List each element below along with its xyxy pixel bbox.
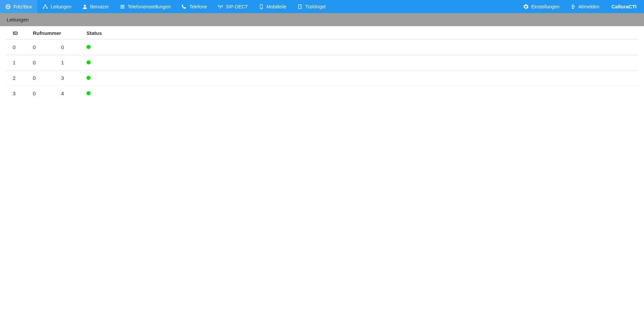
col-header-status[interactable]: Status [79, 26, 639, 40]
cell-status [79, 86, 639, 101]
rufnummer-a: 0 [33, 60, 36, 65]
nav-item-tuerklingel[interactable]: Türklingel [292, 0, 331, 13]
table-container: ID Rufnummer Status 000101203304 [0, 26, 644, 101]
nav-item-label: Leitungen [51, 4, 71, 9]
nav-item-label: Fritz!Box [13, 4, 32, 9]
nav-item-abmelden[interactable]: Abmelden [565, 0, 605, 13]
nav-item-fritzbox[interactable]: Fritz!Box [0, 0, 37, 13]
cell-id: 2 [5, 70, 25, 86]
nav-item-label: SIP-DECT [226, 4, 248, 9]
nav-item-label: Benutzer [90, 4, 109, 9]
mobile-icon [259, 4, 264, 9]
rufnummer-a: 0 [33, 44, 36, 50]
rufnummer-b: 3 [61, 75, 64, 81]
col-header-id[interactable]: ID [5, 26, 25, 40]
table-row[interactable]: 101 [5, 55, 639, 70]
rufnummer-a: 0 [33, 75, 36, 81]
nav-item-sipdect[interactable]: SIP-DECT [212, 0, 253, 13]
cell-status [79, 40, 639, 55]
nav-item-label: Türklingel [305, 4, 326, 9]
door-icon [297, 4, 303, 9]
signout-icon [570, 4, 576, 9]
nav-item-label: Mobilteile [267, 4, 286, 9]
top-navbar: Fritz!BoxLeitungenBenutzerTelefoneinstel… [0, 0, 644, 13]
network-icon [43, 4, 48, 9]
table-header-row: ID Rufnummer Status [5, 26, 639, 40]
col-header-rufnummer[interactable]: Rufnummer [25, 26, 79, 40]
subheader-title: Leitungen [7, 17, 29, 22]
cell-status [79, 55, 639, 70]
table-row[interactable]: 203 [5, 70, 639, 86]
list-icon [120, 4, 125, 9]
user-icon [82, 4, 88, 9]
cell-rufnummer: 01 [25, 55, 79, 70]
leitungen-table: ID Rufnummer Status 000101203304 [5, 26, 639, 101]
table-row[interactable]: 000 [5, 40, 639, 55]
status-dot-icon [87, 60, 91, 64]
rufnummer-a: 0 [33, 91, 36, 96]
nav-item-leitungen[interactable]: Leitungen [37, 0, 77, 13]
rufnummer-b: 4 [61, 91, 64, 96]
nav-item-telefoneinstellungen[interactable]: Telefoneinstellungen [114, 0, 176, 13]
status-dot-icon [87, 76, 91, 80]
nav-item-label: Telefone [189, 4, 207, 9]
cell-id: 1 [5, 55, 25, 70]
nav-item-label: Abmelden [578, 4, 599, 9]
cell-status [79, 70, 639, 86]
cell-rufnummer: 00 [25, 40, 79, 55]
cell-id: 0 [5, 40, 25, 55]
status-dot-icon [87, 91, 91, 95]
nav-item-benutzer[interactable]: Benutzer [77, 0, 114, 13]
cell-id: 3 [5, 86, 25, 101]
nav-item-telefone[interactable]: Telefone [176, 0, 212, 13]
cell-rufnummer: 03 [25, 70, 79, 86]
gear-icon [523, 4, 529, 9]
rufnummer-b: 0 [61, 44, 64, 50]
nav-right: EinstellungenAbmelden CalloraCTI [518, 0, 641, 13]
nav-left: Fritz!BoxLeitungenBenutzerTelefoneinstel… [0, 0, 331, 13]
cell-rufnummer: 04 [25, 86, 79, 101]
nav-item-mobilteile[interactable]: Mobilteile [253, 0, 292, 13]
nav-item-label: Einstellungen [531, 4, 559, 9]
antenna-icon [218, 4, 223, 9]
status-dot-icon [87, 45, 91, 49]
subheader-bar: Leitungen [0, 13, 644, 26]
globe-icon [5, 4, 11, 9]
phone-icon [181, 4, 186, 9]
nav-item-einstellungen[interactable]: Einstellungen [518, 0, 565, 13]
nav-item-label: Telefoneinstellungen [128, 4, 171, 9]
rufnummer-b: 1 [61, 60, 64, 65]
brand-label: CalloraCTI [605, 0, 641, 13]
table-row[interactable]: 304 [5, 86, 639, 101]
